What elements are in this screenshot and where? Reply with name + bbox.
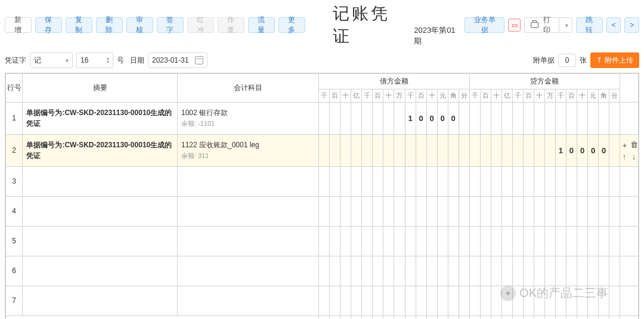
table-row[interactable]: 1单据编号为:CW-SKD-20231130-00010生成的凭证1002 银行… [6, 103, 639, 135]
amount-digit[interactable] [437, 166, 448, 196]
amount-digit[interactable] [383, 315, 394, 319]
amount-digit[interactable] [577, 315, 588, 319]
amount-digit[interactable] [523, 226, 534, 256]
amount-digit[interactable] [512, 134, 523, 166]
amount-digit[interactable] [319, 196, 330, 226]
amount-digit[interactable] [609, 315, 620, 319]
more-button[interactable]: 更多 [278, 17, 305, 33]
amount-digit[interactable] [319, 256, 330, 286]
amount-digit[interactable] [330, 103, 340, 135]
summary-cell[interactable]: 单据编号为:CW-SKD-20231130-00010生成的凭证 [23, 103, 178, 135]
amount-digit[interactable] [491, 226, 501, 256]
amount-digit[interactable]: 0 [426, 103, 437, 135]
amount-digit[interactable] [373, 103, 383, 135]
amount-digit[interactable] [362, 256, 373, 286]
amount-digit[interactable]: 0 [437, 315, 448, 319]
amount-digit[interactable] [426, 226, 437, 256]
amount-digit[interactable] [362, 103, 373, 135]
amount-digit[interactable] [599, 226, 609, 256]
amount-digit[interactable] [437, 226, 448, 256]
amount-digit[interactable] [394, 134, 405, 166]
amount-digit[interactable] [512, 103, 523, 135]
row-actions[interactable]: ＋ 🗑 ↑ ↓ [620, 134, 639, 166]
amount-digit[interactable] [383, 166, 394, 196]
amount-digit[interactable] [534, 134, 544, 166]
amount-digit[interactable]: 0 [448, 315, 459, 319]
subject-cell[interactable] [177, 226, 318, 256]
amount-digit[interactable] [609, 286, 620, 315]
amount-digit[interactable] [588, 315, 599, 319]
amount-digit[interactable] [609, 103, 620, 135]
amount-digit[interactable] [609, 166, 620, 196]
amount-digit[interactable] [469, 286, 480, 315]
amount-digit[interactable] [501, 166, 512, 196]
amount-digit[interactable] [351, 286, 362, 315]
amount-digit[interactable] [362, 134, 373, 166]
amount-digit[interactable] [416, 256, 426, 286]
amount-digit[interactable] [319, 103, 330, 135]
amount-digit[interactable] [351, 166, 362, 196]
amount-digit[interactable] [588, 103, 599, 135]
summary-cell[interactable] [23, 256, 178, 286]
amount-digit[interactable] [491, 134, 501, 166]
amount-digit[interactable] [340, 256, 351, 286]
amount-digit[interactable] [351, 103, 362, 135]
amount-digit[interactable] [448, 226, 459, 256]
amount-digit[interactable] [609, 256, 620, 286]
amount-digit[interactable] [599, 315, 609, 319]
amount-digit[interactable] [512, 166, 523, 196]
save-button[interactable]: 保存 [35, 17, 62, 33]
amount-digit[interactable] [523, 134, 534, 166]
amount-digit[interactable] [340, 196, 351, 226]
amount-digit[interactable] [405, 286, 416, 315]
amount-digit[interactable] [351, 196, 362, 226]
amount-digit[interactable] [555, 256, 566, 286]
biz-doc-badge-icon[interactable]: ▭ [508, 18, 521, 32]
subject-cell[interactable]: 1122 应收账款_0001 leg余额: 311 [177, 134, 318, 166]
amount-digit[interactable] [469, 315, 480, 319]
amount-digit[interactable] [534, 226, 544, 256]
amount-digit[interactable] [501, 226, 512, 256]
table-row[interactable]: 5 [6, 226, 639, 256]
amount-digit[interactable] [394, 166, 405, 196]
voucher-no-input[interactable]: 16 ▴▾ [76, 52, 113, 68]
amount-digit[interactable] [501, 196, 512, 226]
subject-cell[interactable] [177, 166, 318, 196]
prev-button[interactable]: < [606, 17, 621, 33]
amount-digit[interactable] [340, 286, 351, 315]
amount-digit[interactable] [426, 196, 437, 226]
delete-button[interactable]: 删除 [96, 17, 123, 33]
amount-digit[interactable] [577, 103, 588, 135]
amount-digit[interactable] [362, 226, 373, 256]
amount-digit[interactable] [480, 196, 491, 226]
subject-cell[interactable] [177, 286, 318, 315]
amount-digit[interactable] [330, 286, 340, 315]
amount-digit[interactable] [501, 134, 512, 166]
amount-digit[interactable] [588, 256, 599, 286]
amount-digit[interactable] [523, 315, 534, 319]
amount-digit[interactable] [588, 226, 599, 256]
amount-digit[interactable] [501, 256, 512, 286]
audit-button[interactable]: 审核 [126, 17, 153, 33]
amount-digit[interactable] [362, 286, 373, 315]
amount-digit[interactable] [437, 196, 448, 226]
amount-digit[interactable] [394, 226, 405, 256]
amount-digit[interactable] [512, 226, 523, 256]
amount-digit[interactable] [491, 256, 501, 286]
amount-digit[interactable] [373, 226, 383, 256]
summary-cell[interactable]: 单据编号为:CW-SKD-20231130-00010生成的凭证 [23, 134, 178, 166]
amount-digit[interactable] [512, 196, 523, 226]
amount-digit[interactable] [383, 226, 394, 256]
stepper-icon[interactable]: ▴▾ [107, 57, 109, 64]
amount-digit[interactable] [480, 256, 491, 286]
move-up-icon[interactable]: ↑ [623, 152, 627, 161]
amount-digit[interactable] [362, 196, 373, 226]
amount-digit[interactable] [523, 256, 534, 286]
amount-digit[interactable] [351, 315, 362, 319]
amount-digit[interactable] [373, 256, 383, 286]
amount-digit[interactable] [480, 103, 491, 135]
amount-digit[interactable] [459, 166, 469, 196]
amount-digit[interactable] [405, 226, 416, 256]
amount-digit[interactable] [351, 256, 362, 286]
biz-doc-button[interactable]: 业务单据 [465, 17, 504, 33]
